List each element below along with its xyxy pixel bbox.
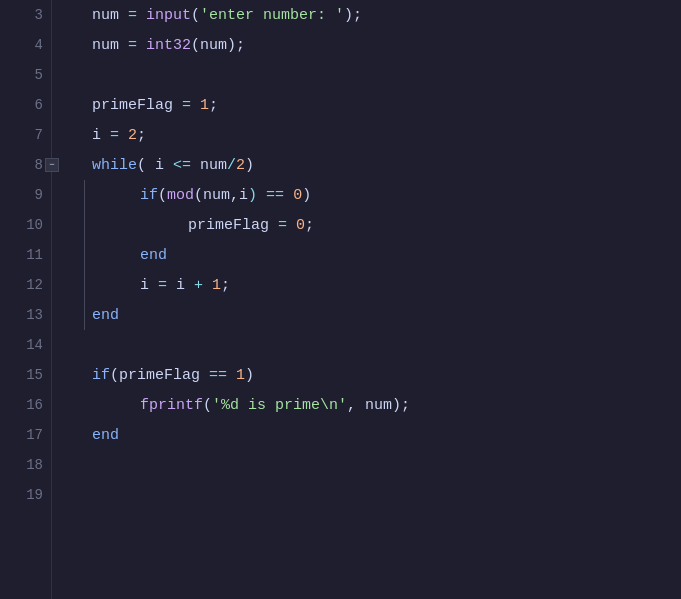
token-punct: , xyxy=(347,397,365,414)
line-number-8: 8− xyxy=(0,150,51,180)
code-line-14 xyxy=(68,330,681,360)
token-var: i xyxy=(176,277,185,294)
token-var: primeFlag xyxy=(92,97,173,114)
line-number-text: 13 xyxy=(26,307,43,323)
line-number-text: 8 xyxy=(35,157,43,173)
line-number-6: 6 xyxy=(0,90,51,120)
line-number-text: 12 xyxy=(26,277,43,293)
code-line-3: num = input('enter number: '); xyxy=(68,0,681,30)
line-number-text: 17 xyxy=(26,427,43,443)
line-number-text: 18 xyxy=(26,457,43,473)
token-op: + xyxy=(185,277,212,294)
token-var: num xyxy=(92,7,119,24)
token-var: num xyxy=(200,37,227,54)
token-punct: ); xyxy=(227,37,245,54)
token-num-lit: 1 xyxy=(236,367,245,384)
token-punct: ( xyxy=(191,37,200,54)
code-line-8: while( i <= num/2) xyxy=(68,150,681,180)
line-number-9: 9 xyxy=(0,180,51,210)
line-number-11: 11 xyxy=(0,240,51,270)
line-number-3: 3 xyxy=(0,0,51,30)
token-op: = xyxy=(269,217,296,234)
line-number-16: 16 xyxy=(0,390,51,420)
token-kw: if xyxy=(140,187,158,204)
token-kw: end xyxy=(92,307,119,324)
code-area[interactable]: num = input('enter number: ');num = int3… xyxy=(52,0,681,599)
token-punct: ); xyxy=(344,7,362,24)
line-numbers: 345678−910111213141516171819 xyxy=(0,0,52,599)
token-op: = xyxy=(119,7,146,24)
token-num-lit: 2 xyxy=(128,127,137,144)
line-number-17: 17 xyxy=(0,420,51,450)
line-number-7: 7 xyxy=(0,120,51,150)
token-op: = xyxy=(119,37,146,54)
token-str: '%d is prime\n' xyxy=(212,397,347,414)
token-str: 'enter number: ' xyxy=(200,7,344,24)
code-editor: 345678−910111213141516171819 num = input… xyxy=(0,0,681,599)
line-number-10: 10 xyxy=(0,210,51,240)
token-op: == xyxy=(200,367,236,384)
token-op: <= xyxy=(164,157,200,174)
token-var: primeFlag xyxy=(188,217,269,234)
fold-icon[interactable]: − xyxy=(45,158,59,172)
code-line-7: i = 2; xyxy=(68,120,681,150)
token-punct: ); xyxy=(392,397,410,414)
token-var: num xyxy=(200,157,227,174)
token-punct: ( xyxy=(194,187,203,204)
line-number-text: 15 xyxy=(26,367,43,383)
token-punct: , xyxy=(230,187,239,204)
token-var: num xyxy=(92,37,119,54)
token-var: num xyxy=(203,187,230,204)
token-fn: int32 xyxy=(146,37,191,54)
line-number-15: 15 xyxy=(0,360,51,390)
token-kw: if xyxy=(92,367,110,384)
line-number-text: 6 xyxy=(35,97,43,113)
line-number-text: 19 xyxy=(26,487,43,503)
token-op: ) == xyxy=(248,187,293,204)
code-line-5 xyxy=(68,60,681,90)
code-line-4: num = int32(num); xyxy=(68,30,681,60)
line-number-5: 5 xyxy=(0,60,51,90)
token-punct: ; xyxy=(209,97,218,114)
token-punct: ( xyxy=(203,397,212,414)
line-number-text: 16 xyxy=(26,397,43,413)
line-number-text: 14 xyxy=(26,337,43,353)
line-number-text: 4 xyxy=(35,37,43,53)
token-var: i xyxy=(92,127,101,144)
token-punct: ) xyxy=(302,187,311,204)
code-line-19 xyxy=(68,480,681,510)
code-line-16: fprintf('%d is prime\n', num); xyxy=(68,390,681,420)
line-number-text: 5 xyxy=(35,67,43,83)
code-line-6: primeFlag = 1; xyxy=(68,90,681,120)
token-var: i xyxy=(140,277,149,294)
token-punct: ( xyxy=(137,157,155,174)
code-line-13: end xyxy=(68,300,681,330)
token-num-lit: 2 xyxy=(236,157,245,174)
token-num-lit: 1 xyxy=(212,277,221,294)
token-kw: end xyxy=(140,247,167,264)
token-punct: ( xyxy=(191,7,200,24)
line-number-text: 3 xyxy=(35,7,43,23)
line-number-text: 10 xyxy=(26,217,43,233)
code-line-12: i = i + 1; xyxy=(68,270,681,300)
token-fn: input xyxy=(146,7,191,24)
token-punct: ( xyxy=(158,187,167,204)
token-punct: ; xyxy=(137,127,146,144)
token-var: i xyxy=(239,187,248,204)
line-number-18: 18 xyxy=(0,450,51,480)
code-line-15: if(primeFlag == 1) xyxy=(68,360,681,390)
token-op: = xyxy=(173,97,200,114)
token-op: = xyxy=(101,127,128,144)
line-number-13: 13 xyxy=(0,300,51,330)
token-var: i xyxy=(155,157,164,174)
code-line-17: end xyxy=(68,420,681,450)
token-punct: ) xyxy=(245,157,254,174)
token-num-lit: 0 xyxy=(293,187,302,204)
token-kw: while xyxy=(92,157,137,174)
code-line-18 xyxy=(68,450,681,480)
token-punct: ; xyxy=(305,217,314,234)
token-punct: ) xyxy=(245,367,254,384)
code-line-10: primeFlag = 0; xyxy=(68,210,681,240)
token-punct: ( xyxy=(110,367,119,384)
token-var: num xyxy=(365,397,392,414)
